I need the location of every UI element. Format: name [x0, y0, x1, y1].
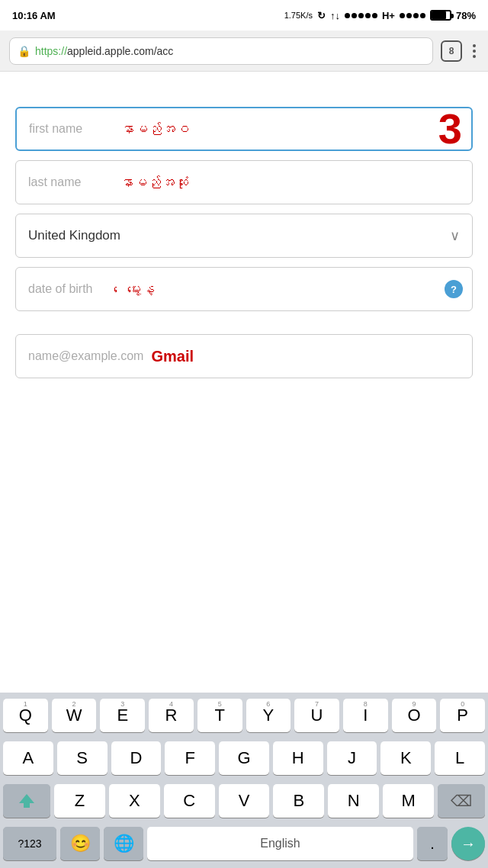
emoji-key[interactable]: 😊 [60, 827, 100, 860]
key-h[interactable]: H [273, 741, 323, 775]
url-protocol: https:// [35, 45, 67, 57]
key-t[interactable]: 5T [197, 699, 242, 732]
backspace-key[interactable]: ⌫ [438, 784, 485, 818]
battery-icon [430, 10, 451, 21]
keyboard-row-2: A S D F G H J K L [0, 737, 488, 780]
key-z[interactable]: Z [54, 784, 105, 818]
last-name-value: နာမည်အဆုံး [120, 175, 460, 191]
lock-icon: 🔒 [18, 45, 30, 57]
key-i[interactable]: 8I [343, 699, 388, 732]
signal-dots [345, 13, 377, 18]
time: 10:16 AM [12, 10, 56, 21]
email-field[interactable]: name@example.com Gmail [15, 334, 473, 378]
url-bar[interactable]: 🔒 https://appleid.apple.com/acc [9, 37, 433, 65]
tab-count[interactable]: 8 [441, 40, 462, 62]
key-d[interactable]: D [111, 741, 162, 775]
key-k[interactable]: K [380, 741, 431, 775]
keyboard-row-1: 1Q 2W 3E 4R 5T 6Y 7U 8I 9O 0P [0, 693, 488, 737]
status-bar: 10:16 AM 1.75K/s ↻ ↑↓ H+ 78% [0, 0, 488, 31]
help-button[interactable]: ? [445, 280, 463, 298]
key-u[interactable]: 7U [294, 699, 339, 732]
globe-key[interactable]: 🌐 [104, 827, 143, 860]
email-placeholder: name@example.com [28, 349, 143, 363]
key-e[interactable]: 3E [100, 699, 145, 732]
key-c[interactable]: C [164, 784, 215, 818]
sync-icon: ↻ [317, 10, 326, 21]
shift-key[interactable] [3, 784, 50, 818]
browser-bar: 🔒 https://appleid.apple.com/acc 8 [0, 31, 488, 72]
key-g[interactable]: G [219, 741, 269, 775]
network-type: H+ [382, 10, 395, 21]
url-path: appleid.apple.com/acc [67, 45, 173, 57]
key-f[interactable]: F [165, 741, 215, 775]
keyboard: 1Q 2W 3E 4R 5T 6Y 7U 8I 9O 0P A S D F G … [0, 693, 488, 868]
key-b[interactable]: B [273, 784, 324, 818]
key-m[interactable]: M [383, 784, 434, 818]
key-w[interactable]: 2W [52, 699, 97, 732]
key-y[interactable]: 6Y [246, 699, 291, 732]
space-key[interactable]: English [147, 827, 413, 860]
backspace-icon: ⌫ [451, 792, 472, 810]
page-content: first name နာမည်အဝ 3 last name နာမည်အဆုံ… [0, 72, 488, 386]
key-p[interactable]: 0P [440, 699, 485, 732]
dob-value: မွေးနေ့ [127, 281, 460, 297]
url-display: https://appleid.apple.com/acc [35, 45, 173, 57]
key-n[interactable]: N [328, 784, 379, 818]
dob-field[interactable]: date of birth မွေးနေ့ ? [15, 267, 473, 311]
email-value: Gmail [151, 348, 194, 365]
status-left: 10:16 AM [12, 10, 56, 21]
activity-icon: ↑↓ [330, 10, 340, 21]
last-name-field[interactable]: last name နာမည်အဆုံး [15, 160, 473, 204]
first-name-value: နာမည်အဝ [120, 121, 459, 137]
key-s[interactable]: S [57, 741, 108, 775]
key-o[interactable]: 9O [392, 699, 437, 732]
last-name-label: last name [28, 175, 120, 189]
status-right: 1.75K/s ↻ ↑↓ H+ 78% [284, 10, 476, 21]
wifi-dots [400, 13, 425, 18]
first-name-label: first name [29, 122, 120, 136]
chevron-down-icon: ∨ [450, 227, 460, 244]
first-name-field[interactable]: first name နာမည်အဝ 3 [15, 107, 473, 151]
key-l[interactable]: L [435, 741, 485, 775]
num-switch-key[interactable]: ?123 [3, 827, 56, 860]
period-key[interactable]: . [417, 827, 448, 860]
key-a[interactable]: A [3, 741, 53, 775]
field-number-badge: 3 [438, 108, 462, 150]
keyboard-row-4: ?123 😊 🌐 English . → [0, 822, 488, 868]
key-x[interactable]: X [109, 784, 160, 818]
battery-percent: 78% [456, 10, 476, 21]
email-section: name@example.com Gmail [15, 334, 473, 378]
dob-label: date of birth [28, 282, 120, 296]
key-r[interactable]: 4R [149, 699, 194, 732]
keyboard-row-3: Z X C V B N M ⌫ [0, 780, 488, 822]
network-speed: 1.75K/s [284, 11, 313, 20]
key-v[interactable]: V [219, 784, 270, 818]
key-j[interactable]: J [327, 741, 377, 775]
partial-text [15, 87, 473, 95]
key-q[interactable]: 1Q [3, 699, 48, 732]
country-field[interactable]: United Kingdom ∨ [15, 214, 473, 258]
browser-menu[interactable] [470, 41, 479, 61]
country-name: United Kingdom [28, 228, 120, 243]
return-icon: → [461, 835, 476, 853]
return-key[interactable]: → [451, 827, 485, 860]
